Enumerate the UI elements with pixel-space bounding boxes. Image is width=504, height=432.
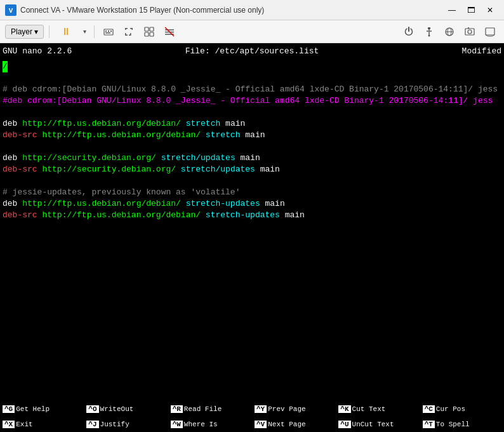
shortcut-label-justify: Justify bbox=[100, 421, 129, 428]
shortcut-key-read-file: ^R bbox=[171, 405, 183, 413]
shortcut-label-uncut-text: UnCut Text bbox=[352, 421, 394, 428]
fullscreen-button[interactable] bbox=[120, 24, 138, 40]
text-cursor: / bbox=[3, 61, 8, 72]
shortcut-key-to-spell: ^T bbox=[423, 421, 435, 428]
shortcut-label-cut-text: Cut Text bbox=[352, 405, 386, 413]
nano-status-bar: GNU nano 2.2.6 File: /etc/apt/sources.li… bbox=[0, 43, 504, 58]
svg-rect-15 bbox=[428, 27, 430, 29]
network-icon bbox=[444, 27, 454, 37]
shortcut-next-page[interactable]: ^V Next Page bbox=[252, 417, 336, 432]
window-title: Connect VA - VMware Workstation 15 Playe… bbox=[20, 6, 443, 15]
shortcut-get-help[interactable]: ^G Get Help bbox=[0, 402, 84, 417]
line-deb-3: deb http://ftp.us.debian.org/debian/ str… bbox=[3, 198, 501, 210]
send-ctrl-alt-del-button[interactable] bbox=[100, 24, 117, 40]
power-menu-button[interactable] bbox=[400, 24, 418, 40]
shortcut-label-where-is: Where Is bbox=[184, 421, 218, 428]
network-button[interactable] bbox=[441, 24, 458, 40]
snapshot-button[interactable] bbox=[461, 24, 479, 40]
minimize-button[interactable]: — bbox=[443, 3, 461, 17]
nano-modified: Modified bbox=[377, 46, 502, 56]
unity-icon bbox=[144, 27, 154, 37]
svg-rect-5 bbox=[110, 30, 112, 32]
line-blank-3 bbox=[3, 141, 501, 152]
power-icon bbox=[404, 27, 414, 37]
nano-version: GNU nano 2.2.6 bbox=[3, 46, 128, 56]
removable-devices-button[interactable] bbox=[420, 24, 438, 40]
toolbar-sep-2 bbox=[94, 25, 95, 38]
shortcut-key-uncut-text: ^U bbox=[338, 421, 350, 428]
player-menu-arrow: ▾ bbox=[34, 27, 38, 36]
shortcut-exit[interactable]: ^X Exit bbox=[0, 417, 84, 432]
shortcut-key-writeout: ^O bbox=[86, 405, 98, 413]
vm-toolbar: Player ▾ ⏸ ▾ bbox=[0, 20, 504, 43]
shortcut-to-spell[interactable]: ^T To Spell bbox=[420, 417, 504, 432]
shortcut-writeout[interactable]: ^O WriteOut bbox=[84, 402, 168, 417]
line-deb-src-2: deb-src http://security.debian.org/ stre… bbox=[3, 164, 501, 175]
nano-shortcut-bar: ^G Get Help ^O WriteOut ^R Read File ^Y … bbox=[0, 402, 504, 432]
shortcut-cur-pos[interactable]: ^C Cur Pos bbox=[420, 402, 504, 417]
line-deb-src-1: deb-src http://ftp.us.debian.org/debian/… bbox=[3, 130, 501, 141]
shortcut-key-next-page: ^V bbox=[255, 421, 267, 428]
shortcut-label-writeout: WriteOut bbox=[100, 405, 134, 413]
shortcut-uncut-text[interactable]: ^U UnCut Text bbox=[336, 417, 420, 432]
svg-rect-4 bbox=[108, 30, 109, 32]
shortcut-key-get-help: ^G bbox=[3, 405, 15, 413]
terminal-content[interactable]: / # deb cdrom:[Debian GNU/Linux 8.8.0 _J… bbox=[0, 58, 504, 402]
nano-filename: File: /etc/apt/sources.list bbox=[128, 46, 377, 56]
svg-point-20 bbox=[430, 30, 432, 32]
line-blank-1 bbox=[3, 72, 501, 84]
shortcut-justify[interactable]: ^J Justify bbox=[84, 417, 168, 432]
pause-dropdown-button[interactable]: ▾ bbox=[80, 24, 89, 40]
svg-point-17 bbox=[428, 34, 430, 36]
line-comment-1: # deb cdrom:[Debian GNU/Linux 8.8.0 _Jes… bbox=[3, 84, 501, 95]
toolbar-right-icons bbox=[400, 24, 499, 40]
shortcut-prev-page[interactable]: ^Y Prev Page bbox=[252, 402, 336, 417]
svg-text:V: V bbox=[9, 7, 13, 15]
line-deb-src-3: deb-src http://ftp.us.debian.org/debian/… bbox=[3, 210, 501, 221]
usb-icon bbox=[424, 27, 434, 37]
shortcut-read-file[interactable]: ^R Read File bbox=[168, 402, 252, 417]
close-button[interactable]: ✕ bbox=[481, 3, 499, 17]
svg-rect-7 bbox=[145, 27, 149, 31]
svg-rect-27 bbox=[486, 28, 494, 35]
svg-rect-9 bbox=[145, 32, 149, 36]
snapshot-icon bbox=[465, 27, 475, 37]
capture-screen-button[interactable] bbox=[481, 24, 499, 40]
shortcut-label-next-page: Next Page bbox=[268, 421, 305, 428]
shortcut-where-is[interactable]: ^W Where Is bbox=[168, 417, 252, 432]
line-deb-2: deb http://security.debian.org/ stretch/… bbox=[3, 152, 501, 164]
unity-mode-button[interactable] bbox=[140, 24, 158, 40]
pause-icon: ⏸ bbox=[61, 26, 71, 37]
shortcut-label-prev-page: Prev Page bbox=[268, 405, 305, 413]
line-blank-4 bbox=[3, 175, 501, 187]
line-blank-2 bbox=[3, 107, 501, 118]
svg-rect-3 bbox=[105, 30, 107, 32]
capture-icon bbox=[485, 27, 495, 37]
svg-rect-6 bbox=[105, 32, 110, 34]
maximize-button[interactable]: 🗖 bbox=[462, 3, 480, 17]
keyboard-icon bbox=[103, 27, 114, 37]
pause-dropdown-arrow-icon: ▾ bbox=[83, 28, 86, 35]
app-icon: V bbox=[5, 4, 17, 16]
shortcut-key-cur-pos: ^C bbox=[423, 405, 435, 413]
pause-button[interactable]: ⏸ bbox=[55, 24, 77, 40]
svg-rect-8 bbox=[150, 27, 154, 31]
shortcut-label-to-spell: To Spell bbox=[436, 421, 470, 428]
svg-point-19 bbox=[427, 30, 428, 32]
shortcut-key-where-is: ^W bbox=[171, 421, 183, 428]
player-menu-label: Player bbox=[11, 27, 32, 36]
hide-toolbar-button[interactable] bbox=[161, 24, 178, 40]
shortcut-label-read-file: Read File bbox=[184, 405, 222, 413]
svg-rect-10 bbox=[150, 32, 154, 36]
player-menu-button[interactable]: Player ▾ bbox=[5, 25, 44, 39]
shortcut-key-prev-page: ^Y bbox=[255, 405, 267, 413]
shortcut-label-get-help: Get Help bbox=[16, 405, 50, 413]
title-bar: V Connect VA - VMware Workstation 15 Pla… bbox=[0, 0, 504, 20]
shortcut-cut-text[interactable]: ^K Cut Text bbox=[336, 402, 420, 417]
hide-toolbar-icon bbox=[164, 27, 175, 37]
svg-rect-26 bbox=[468, 27, 469, 29]
toolbar-sep-1 bbox=[49, 25, 50, 38]
line-commented-deb: #deb cdrom:[Debian GNU/Linux 8.8.0 _Jess… bbox=[3, 95, 501, 107]
shortcut-key-cut-text: ^K bbox=[338, 405, 350, 413]
shortcut-label-exit: Exit bbox=[16, 421, 32, 428]
